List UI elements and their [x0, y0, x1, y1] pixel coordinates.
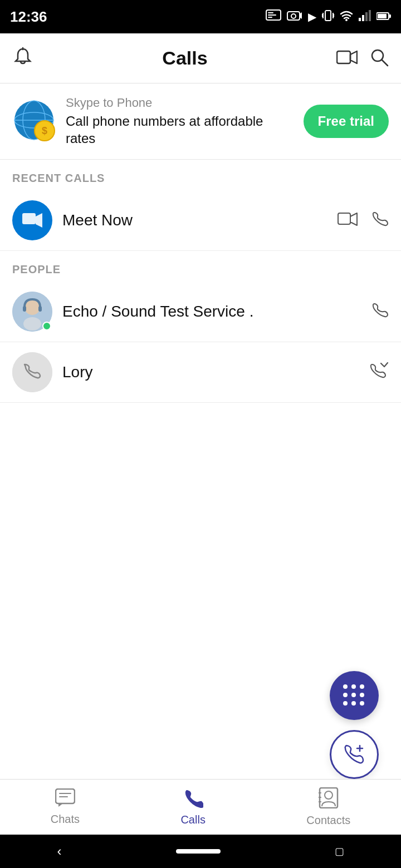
status-icons: ▶: [266, 9, 391, 24]
svg-point-12: [345, 19, 348, 21]
dot: [343, 701, 348, 706]
bottom-nav: Chats Calls Contacts: [0, 779, 401, 835]
dialpad-button[interactable]: [330, 671, 379, 720]
nav-item-calls[interactable]: Calls: [180, 788, 205, 826]
video-call-header-button[interactable]: [336, 50, 358, 67]
home-indicator[interactable]: [176, 849, 221, 854]
meet-now-actions: [338, 210, 389, 230]
dot: [351, 693, 356, 697]
svg-rect-37: [23, 306, 26, 312]
svg-line-24: [382, 60, 388, 66]
calls-nav-label: Calls: [180, 813, 205, 826]
recent-calls-section-header: RECENT CALLS: [0, 160, 401, 190]
svg-rect-13: [359, 18, 361, 21]
svg-point-47: [325, 791, 332, 799]
page-title: Calls: [162, 47, 207, 69]
echo-call-button[interactable]: [371, 302, 389, 322]
contacts-nav-label: Contacts: [306, 814, 350, 827]
svg-rect-19: [389, 14, 391, 18]
echo-name: Echo / Sound Test Service .: [62, 303, 361, 320]
bluetooth-status-icon: ▶: [308, 10, 316, 23]
dialpad-icon: [343, 684, 365, 707]
meet-now-video-button[interactable]: [338, 211, 358, 229]
signal-status-icon: [359, 10, 371, 24]
lory-name: Lory: [62, 363, 359, 381]
svg-rect-18: [378, 14, 387, 18]
svg-rect-31: [22, 213, 36, 224]
status-bar: 12:36 ▶: [0, 0, 401, 33]
dot: [343, 693, 348, 697]
lory-avatar-container: [12, 352, 52, 392]
calls-nav-icon: [183, 788, 203, 810]
svg-rect-33: [338, 213, 350, 224]
fab-area: [330, 671, 379, 779]
svg-rect-15: [365, 12, 368, 21]
back-button[interactable]: ‹: [57, 844, 62, 859]
message-status-icon: [266, 9, 281, 24]
wifi-status-icon: [340, 10, 353, 24]
header: Calls: [0, 33, 401, 83]
promo-label: Skype to Phone: [66, 96, 294, 110]
svg-rect-1: [268, 12, 273, 13]
nav-item-contacts[interactable]: Contacts: [306, 787, 350, 827]
svg-marker-22: [350, 51, 357, 63]
vibrate-status-icon: [322, 9, 334, 24]
add-call-button[interactable]: [330, 730, 379, 779]
list-item: Meet Now: [0, 190, 401, 251]
svg-rect-7: [325, 11, 331, 21]
battery-status-icon: [376, 11, 391, 23]
search-header-button[interactable]: [370, 48, 389, 69]
lory-actions: [369, 362, 389, 382]
dot: [351, 684, 356, 689]
promo-globe-icon: $: [12, 98, 56, 144]
promo-text: Skype to Phone Call phone numbers at aff…: [66, 96, 294, 147]
svg-rect-16: [369, 10, 371, 21]
chat-nav-icon: [55, 788, 75, 810]
list-item: Lory: [0, 342, 401, 403]
dot: [360, 684, 364, 689]
people-section-header: PEOPLE: [0, 251, 401, 282]
echo-actions: [371, 302, 389, 322]
promo-description: Call phone numbers at affordable rates: [66, 112, 294, 147]
dot: [360, 701, 364, 706]
meet-now-label: Meet Now: [62, 211, 327, 229]
svg-rect-38: [38, 306, 42, 312]
svg-marker-34: [350, 213, 357, 225]
recents-button[interactable]: ▢: [335, 845, 344, 857]
free-trial-button[interactable]: Free trial: [304, 105, 389, 138]
lory-call-button[interactable]: [369, 362, 389, 382]
header-action-icons: [336, 48, 389, 69]
svg-marker-32: [36, 213, 42, 228]
echo-avatar-container: [12, 292, 52, 332]
list-item: Echo / Sound Test Service .: [0, 282, 401, 342]
nav-item-chats[interactable]: Chats: [51, 788, 80, 826]
svg-text:$: $: [42, 125, 47, 136]
online-indicator: [42, 322, 51, 331]
dot: [351, 701, 356, 706]
dot: [360, 693, 364, 697]
camera-status-icon: [287, 9, 302, 24]
svg-point-23: [372, 50, 383, 61]
system-nav-bar: ‹ ▢: [0, 835, 401, 868]
svg-rect-3: [268, 17, 272, 18]
status-time: 12:36: [10, 8, 47, 26]
chats-nav-label: Chats: [51, 813, 80, 826]
svg-rect-14: [362, 15, 364, 21]
meet-now-call-button[interactable]: [371, 210, 389, 230]
meet-now-avatar: [12, 200, 52, 240]
svg-point-39: [23, 317, 41, 331]
svg-rect-2: [268, 14, 276, 16]
contacts-nav-icon: [319, 787, 339, 811]
promo-banner: $ Skype to Phone Call phone numbers at a…: [0, 83, 401, 160]
svg-point-6: [291, 14, 296, 18]
lory-avatar: [12, 352, 52, 392]
svg-rect-21: [337, 51, 350, 63]
notification-bell-button[interactable]: [12, 47, 33, 70]
dot: [343, 684, 348, 689]
